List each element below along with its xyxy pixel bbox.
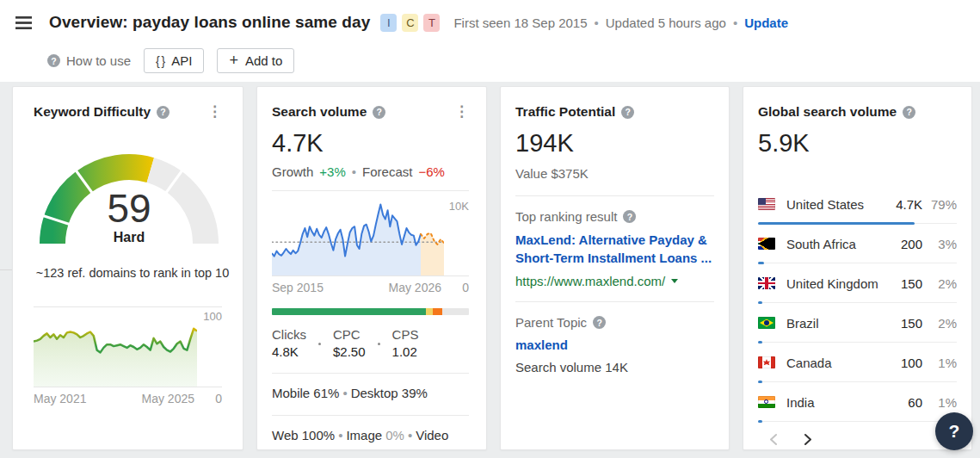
- x-axis-start-label: Sep 2015: [272, 281, 324, 294]
- background-divider: [0, 269, 12, 270]
- intent-badges: ICT: [380, 14, 440, 32]
- plus-icon: [229, 53, 238, 68]
- traffic-value-line: Value $375K: [515, 166, 714, 181]
- growth-forecast-line: Growth +3% Forecast −6%: [272, 164, 469, 179]
- split-item: Mobile 61%: [272, 386, 339, 400]
- keyword-difficulty-category: Hard: [34, 230, 225, 245]
- help-circle-icon[interactable]: [157, 106, 169, 119]
- country-name: United States: [786, 197, 864, 212]
- divider: [272, 190, 469, 191]
- metrics-row: Clicks 4.8K CPC $2.50 CPS 1.02: [272, 326, 469, 362]
- help-circle-icon[interactable]: [623, 210, 636, 223]
- y-axis-min-label: 0: [194, 392, 222, 405]
- country-block: India 60 1%: [758, 390, 957, 422]
- header-meta: First seen 18 Sep 2015 Updated 5 hours a…: [453, 15, 788, 30]
- country-percent: 1%: [922, 395, 957, 410]
- country-pagination: [758, 433, 957, 446]
- country-list: United States 4.7K 79% South Africa 200 …: [758, 192, 957, 422]
- top-ranking-result-label: Top ranking result: [515, 209, 714, 224]
- how-to-use-link[interactable]: How to use: [47, 53, 131, 68]
- country-share-bar: [758, 340, 957, 343]
- br-flag-icon: [758, 317, 775, 329]
- dot-separator: [378, 343, 380, 345]
- country-block: Brazil 150 2%: [758, 311, 957, 343]
- clicks-metric: Clicks 4.8K: [272, 326, 306, 362]
- country-name: South Africa: [786, 237, 856, 251]
- kebab-menu-icon[interactable]: [207, 108, 222, 116]
- keyword-difficulty-value: 59: [34, 185, 225, 232]
- updated-text: Updated 5 hours ago: [606, 15, 726, 30]
- country-percent: 79%: [922, 197, 957, 212]
- country-volume: 200: [901, 237, 922, 251]
- kebab-menu-icon[interactable]: [454, 108, 469, 116]
- us-flag-icon: [758, 198, 775, 210]
- country-block: United Kingdom 150 2%: [758, 271, 957, 303]
- country-share-bar: [758, 419, 957, 422]
- metric-label: Clicks: [272, 326, 306, 344]
- traffic-potential-card: Traffic Potential 194K Value $375K Top r…: [500, 86, 730, 450]
- global-search-volume-value: 5.9K: [758, 129, 957, 158]
- help-circle-icon[interactable]: [621, 106, 634, 119]
- country-block: South Africa 200 3%: [758, 232, 957, 263]
- country-row: South Africa 200 3%: [758, 232, 957, 256]
- intent-badge-c[interactable]: C: [402, 14, 418, 32]
- country-name: Brazil: [786, 316, 819, 331]
- dot-separator: [318, 343, 321, 345]
- chevron-down-icon[interactable]: [671, 279, 678, 283]
- keyword-difficulty-gauge: 59 Hard: [34, 140, 225, 259]
- country-share-bar: [758, 221, 957, 224]
- top-result-title-link[interactable]: MaxLend: Alternative Payday & Short-Term…: [515, 231, 720, 267]
- add-to-button[interactable]: Add to: [217, 48, 294, 73]
- top-result-url-link[interactable]: https://www.maxlend.com/: [515, 274, 665, 288]
- section-label-text: Top ranking result: [515, 209, 617, 224]
- country-volume: 4.7K: [896, 197, 922, 212]
- gb-flag-icon: [758, 277, 775, 289]
- search-volume-history-chart: 10K Sep 2015 May 2026 0: [272, 201, 469, 294]
- global-search-volume-title: Global search volume: [758, 104, 897, 120]
- country-volume: 60: [908, 395, 922, 410]
- metrics-cards-row: Keyword Difficulty 59 Hard ~123 ref. dom…: [0, 86, 980, 450]
- kd-trend-line: [34, 307, 197, 387]
- split-item: Desktop 39%: [351, 386, 428, 400]
- country-share-bar: [758, 380, 957, 382]
- parent-topic-link[interactable]: maxlend: [515, 337, 568, 352]
- next-page-button[interactable]: [803, 433, 813, 446]
- country-row: United States 4.7K 79%: [758, 192, 957, 216]
- help-circle-icon[interactable]: [903, 106, 915, 119]
- hamburger-menu-icon[interactable]: [15, 16, 32, 29]
- country-percent: 3%: [922, 237, 957, 251]
- metric-value: 1.02: [392, 344, 419, 361]
- help-circle-icon[interactable]: [373, 106, 385, 119]
- update-link[interactable]: Update: [744, 15, 788, 30]
- clicks-breakdown-bar: [272, 308, 469, 315]
- braces-icon: [156, 53, 164, 68]
- api-button[interactable]: API: [144, 48, 204, 73]
- intent-badge-i[interactable]: I: [380, 14, 397, 32]
- country-percent: 1%: [922, 356, 957, 370]
- metric-value: $2.50: [333, 344, 366, 361]
- page-title: Overview: payday loans online same day: [49, 13, 370, 32]
- search-volume-trend-line: [272, 201, 444, 275]
- ca-flag-icon: [758, 356, 775, 368]
- country-block: United States 4.7K 79%: [758, 192, 957, 224]
- dot-separator: [595, 15, 599, 30]
- forecast-value: −6%: [418, 164, 444, 179]
- metric-value: 4.8K: [272, 344, 306, 361]
- dot-separator: [335, 428, 346, 443]
- metric-label: CPS: [392, 326, 419, 344]
- search-volume-card: Search volume 4.7K Growth +3% Forecast −…: [256, 86, 487, 450]
- device-split-line: Mobile 61%Desktop 39%: [272, 383, 469, 405]
- prev-page-button[interactable]: [768, 433, 779, 446]
- how-to-use-label: How to use: [66, 53, 131, 68]
- split-item: Image 0%: [346, 428, 404, 443]
- in-flag-icon: [758, 396, 775, 408]
- help-circle-icon[interactable]: [593, 316, 606, 329]
- country-volume: 150: [901, 276, 922, 291]
- dot-separator: [404, 428, 416, 443]
- search-volume-value: 4.7K: [272, 129, 469, 158]
- dot-separator: [733, 15, 737, 30]
- country-name: Canada: [786, 356, 832, 370]
- intent-badge-t[interactable]: T: [423, 14, 440, 32]
- help-fab-button[interactable]: ?: [935, 412, 973, 450]
- bar-segment-yellow-segment: [426, 308, 433, 315]
